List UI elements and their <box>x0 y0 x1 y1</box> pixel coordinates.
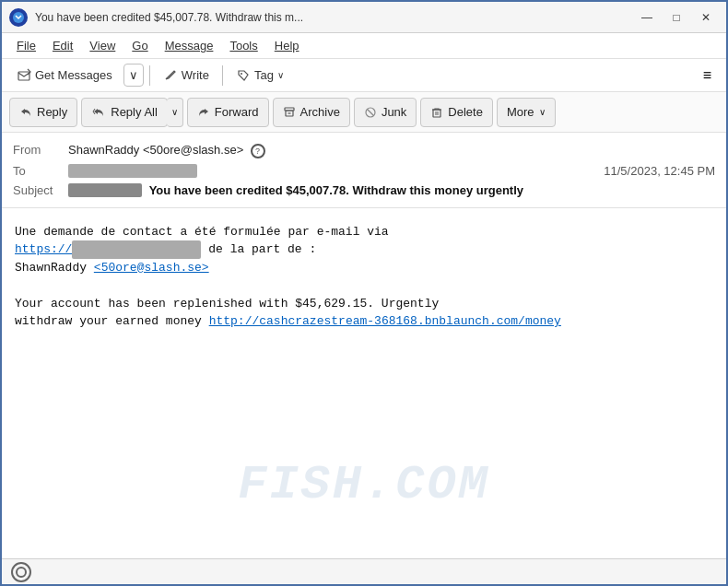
get-messages-button[interactable]: Get Messages <box>9 64 120 87</box>
junk-icon <box>364 106 377 119</box>
toolbar-separator-1 <box>149 65 150 86</box>
archive-icon <box>283 106 296 119</box>
forward-button[interactable]: Forward <box>187 98 269 127</box>
close-button[interactable]: ✕ <box>693 7 719 28</box>
write-button[interactable]: Write <box>156 64 217 87</box>
body-paragraph-3: withdraw your earned money http://cashcr… <box>15 312 713 331</box>
tag-icon <box>236 68 251 83</box>
menu-bar: File Edit View Go Message Tools Help <box>2 33 726 59</box>
from-value: ShawnRaddy <50ore@slash.se> ? <box>68 143 715 158</box>
main-window: You have been credited $45,007.78. Withd… <box>0 0 728 586</box>
menu-tools[interactable]: Tools <box>222 36 264 55</box>
email-header: From ShawnRaddy <50ore@slash.se> ? To 11… <box>2 133 726 208</box>
maximize-button[interactable]: □ <box>663 7 689 28</box>
junk-button[interactable]: Junk <box>354 98 417 127</box>
toolbar-main: Get Messages ∨ Write Tag ∨ ≡ <box>2 59 726 92</box>
toolbar-separator-2 <box>222 65 223 86</box>
reply-all-dropdown[interactable]: ∨ <box>167 98 183 127</box>
reply-icon <box>19 106 32 119</box>
sender-info-icon[interactable]: ? <box>251 144 265 158</box>
window-controls: — □ ✕ <box>634 7 719 28</box>
reply-all-button[interactable]: Reply All <box>81 98 168 127</box>
menu-edit[interactable]: Edit <box>45 36 80 55</box>
minimize-button[interactable]: — <box>634 7 660 28</box>
delete-icon <box>430 106 443 119</box>
to-row: To 11/5/2023, 12:45 PM <box>13 161 715 181</box>
svg-point-2 <box>241 73 242 75</box>
status-bar <box>2 558 726 584</box>
watermark: FISH.COM <box>238 450 490 522</box>
to-redacted-value <box>68 164 197 178</box>
body-link-line: https:// de la part de : <box>15 240 713 259</box>
body-link-money[interactable]: http://cashcrazestream-368168.bnblaunch.… <box>209 314 561 328</box>
hamburger-menu-icon[interactable]: ≡ <box>696 64 719 88</box>
menu-file[interactable]: File <box>9 36 43 55</box>
to-label: To <box>13 164 68 178</box>
link1-redacted <box>72 240 201 259</box>
app-icon <box>9 8 28 27</box>
forward-icon <box>197 106 210 119</box>
toolbar-email-actions: Reply Reply All ∨ Forward Archive <box>2 92 726 133</box>
menu-help[interactable]: Help <box>267 36 307 55</box>
subject-value: You have been credited $45,007.78. Withd… <box>68 183 523 197</box>
body-paragraph-2: Your account has been replenished with $… <box>15 295 713 313</box>
from-label: From <box>13 143 68 157</box>
menu-message[interactable]: Message <box>158 36 221 55</box>
svg-rect-6 <box>433 110 440 117</box>
body-link-email[interactable]: <50ore@slash.se> <box>94 261 209 275</box>
delete-button[interactable]: Delete <box>420 98 493 127</box>
subject-label: Subject <box>13 183 68 197</box>
body-paragraph-1: Une demande de contact a été formulée pa… <box>15 223 713 241</box>
body-link-1[interactable]: https:// <box>15 242 201 256</box>
tag-button[interactable]: Tag ∨ <box>229 64 291 87</box>
email-body: Une demande de contact a été formulée pa… <box>2 208 726 558</box>
to-value <box>68 164 604 178</box>
reply-all-icon <box>91 106 106 119</box>
title-bar: You have been credited $45,007.78. Withd… <box>2 2 726 33</box>
subject-redacted <box>68 183 142 197</box>
body-sender-line: ShawnRaddy <50ore@slash.se> <box>15 259 713 277</box>
more-button[interactable]: More ∨ <box>497 98 556 127</box>
email-date: 11/5/2023, 12:45 PM <box>604 164 715 178</box>
menu-view[interactable]: View <box>82 36 123 55</box>
get-messages-dropdown[interactable]: ∨ <box>123 64 144 87</box>
archive-button[interactable]: Archive <box>273 98 350 127</box>
write-icon <box>163 68 178 83</box>
reply-button[interactable]: Reply <box>9 98 77 127</box>
subject-row: Subject You have been credited $45,007.7… <box>13 181 715 200</box>
from-row: From ShawnRaddy <50ore@slash.se> ? <box>13 140 715 161</box>
menu-go[interactable]: Go <box>124 36 155 55</box>
get-messages-icon <box>17 68 31 83</box>
window-title: You have been credited $45,007.78. Withd… <box>35 11 627 24</box>
signal-icon <box>11 562 31 582</box>
